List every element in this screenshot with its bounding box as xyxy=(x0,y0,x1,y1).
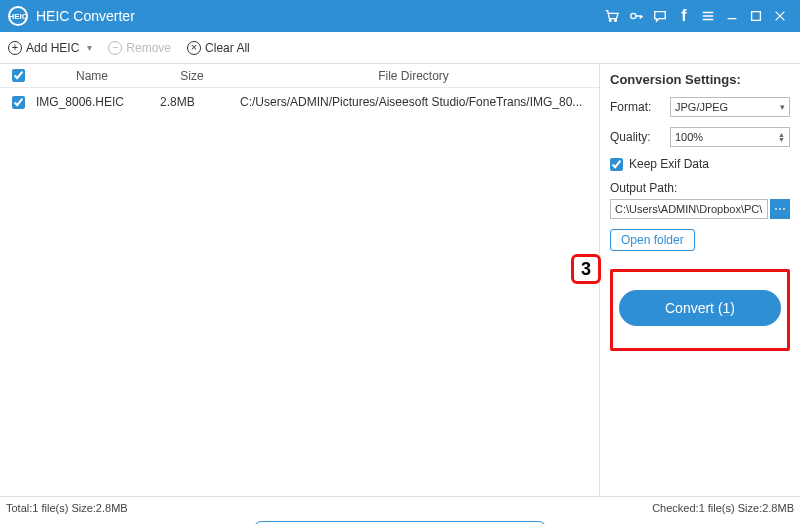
col-name: Name xyxy=(32,69,152,83)
add-heic-label: Add HEIC xyxy=(26,41,79,55)
status-left: Total:1 file(s) Size:2.8MB xyxy=(6,502,128,514)
stepper-icon: ▲▼ xyxy=(778,132,785,142)
format-label: Format: xyxy=(610,100,670,114)
file-list-panel: Name Size File Directory IMG_8006.HEIC 2… xyxy=(0,64,600,496)
svg-point-0 xyxy=(609,20,611,22)
menu-icon[interactable] xyxy=(696,4,720,28)
format-value: JPG/JPEG xyxy=(675,101,728,113)
close-icon[interactable] xyxy=(768,4,792,28)
add-heic-button[interactable]: + Add HEIC ▾ xyxy=(8,41,92,55)
quality-value: 100% xyxy=(675,131,703,143)
facebook-icon[interactable]: f xyxy=(672,4,696,28)
callout-highlight: 3 Convert (1) xyxy=(610,269,790,351)
key-icon[interactable] xyxy=(624,4,648,28)
select-all-checkbox[interactable] xyxy=(12,69,25,82)
promo-bar: Recover lost or deleted HEIC files on yo… xyxy=(0,518,800,524)
keep-exif-checkbox[interactable] xyxy=(610,158,623,171)
keep-exif-label: Keep Exif Data xyxy=(629,157,709,171)
remove-label: Remove xyxy=(126,41,171,55)
quality-label: Quality: xyxy=(610,130,670,144)
app-title: HEIC Converter xyxy=(36,8,135,24)
cart-icon[interactable] xyxy=(600,4,624,28)
chat-icon[interactable] xyxy=(648,4,672,28)
x-icon: × xyxy=(187,41,201,55)
format-select[interactable]: JPG/JPEG ▾ xyxy=(670,97,790,117)
col-dir: File Directory xyxy=(232,69,595,83)
callout-badge: 3 xyxy=(571,254,601,284)
app-logo-icon: HEIC xyxy=(8,6,28,26)
main-area: Name Size File Directory IMG_8006.HEIC 2… xyxy=(0,64,800,496)
svg-rect-3 xyxy=(752,12,761,21)
svg-point-2 xyxy=(631,13,636,18)
output-path-label: Output Path: xyxy=(610,181,790,195)
svg-point-1 xyxy=(615,20,617,22)
chevron-down-icon[interactable]: ▾ xyxy=(87,42,92,53)
clear-all-label: Clear All xyxy=(205,41,250,55)
titlebar: HEIC HEIC Converter f xyxy=(0,0,800,32)
remove-button: − Remove xyxy=(108,41,171,55)
col-size: Size xyxy=(152,69,232,83)
minus-icon: − xyxy=(108,41,122,55)
list-header: Name Size File Directory xyxy=(0,64,599,88)
quality-stepper[interactable]: 100% ▲▼ xyxy=(670,127,790,147)
row-checkbox[interactable] xyxy=(12,96,25,109)
settings-panel: Conversion Settings: Format: JPG/JPEG ▾ … xyxy=(600,64,800,496)
status-bar: Total:1 file(s) Size:2.8MB Checked:1 fil… xyxy=(0,496,800,518)
clear-all-button[interactable]: × Clear All xyxy=(187,41,250,55)
status-right: Checked:1 file(s) Size:2.8MB xyxy=(652,502,794,514)
row-name: IMG_8006.HEIC xyxy=(32,95,152,109)
table-row[interactable]: IMG_8006.HEIC 2.8MB C:/Users/ADMIN/Pictu… xyxy=(0,88,599,116)
maximize-icon[interactable] xyxy=(744,4,768,28)
chevron-down-icon: ▾ xyxy=(780,102,785,112)
row-dir: C:/Users/ADMIN/Pictures/Aiseesoft Studio… xyxy=(232,95,595,109)
convert-button[interactable]: Convert (1) xyxy=(619,290,781,326)
open-folder-button[interactable]: Open folder xyxy=(610,229,695,251)
browse-button[interactable]: ⋯ xyxy=(770,199,790,219)
minimize-icon[interactable] xyxy=(720,4,744,28)
plus-icon: + xyxy=(8,41,22,55)
row-size: 2.8MB xyxy=(152,95,232,109)
output-path-field[interactable]: C:\Users\ADMIN\Dropbox\PC\ xyxy=(610,199,768,219)
settings-heading: Conversion Settings: xyxy=(610,72,790,87)
toolbar: + Add HEIC ▾ − Remove × Clear All xyxy=(0,32,800,64)
